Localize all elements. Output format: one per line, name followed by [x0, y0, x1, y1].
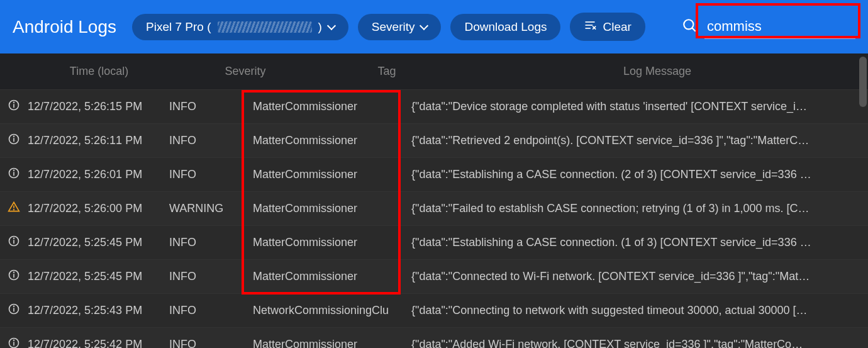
cell-message: {"data":"Failed to establish CASE connec… [411, 202, 862, 215]
clear-button[interactable]: Clear [570, 13, 645, 41]
table-row[interactable]: 12/7/2022, 5:25:45 PMINFOMatterCommissio… [0, 260, 868, 294]
col-header-severity[interactable]: Severity [170, 65, 321, 78]
svg-point-15 [14, 170, 14, 171]
cell-severity: WARNING [169, 202, 248, 215]
table-row[interactable]: 12/7/2022, 5:25:45 PMINFOMatterCommissio… [0, 226, 868, 260]
cell-message: {"data":"Establishing a CASE connection.… [411, 168, 862, 181]
info-icon [8, 337, 28, 348]
cell-time: 12/7/2022, 5:25:43 PM [28, 304, 169, 317]
cell-tag: MatterCommissioner [248, 236, 411, 249]
cell-time: 12/7/2022, 5:26:00 PM [28, 202, 169, 215]
table-row[interactable]: 12/7/2022, 5:26:15 PMINFOMatterCommissio… [0, 90, 868, 124]
table-row[interactable]: 12/7/2022, 5:26:01 PMINFOMatterCommissio… [0, 158, 868, 192]
cell-tag: MatterCommissioner [248, 270, 411, 283]
cell-severity: INFO [169, 134, 248, 147]
cell-severity: INFO [169, 338, 248, 348]
cell-message: {"data":"Added Wi-Fi network. [CONTEXT s… [411, 338, 862, 348]
info-icon [8, 269, 28, 284]
cell-tag: MatterCommissioner [248, 168, 411, 181]
cell-severity: INFO [169, 236, 248, 249]
cell-severity: INFO [169, 168, 248, 181]
warning-icon [8, 201, 28, 216]
cell-severity: INFO [169, 304, 248, 317]
header-bar: Android Logs Pixel 7 Pro () Severity Dow… [0, 0, 868, 53]
device-suffix: ) [318, 20, 322, 34]
device-selector[interactable]: Pixel 7 Pro () [132, 14, 348, 40]
search-icon [682, 18, 698, 36]
svg-point-20 [14, 238, 14, 239]
search-input[interactable] [704, 14, 855, 39]
cell-time: 12/7/2022, 5:25:42 PM [28, 338, 169, 348]
cell-time: 12/7/2022, 5:25:45 PM [28, 236, 169, 249]
cell-message: {"data":"Retrieved 2 endpoint(s). [CONTE… [411, 134, 862, 147]
table-body: 12/7/2022, 5:26:15 PMINFOMatterCommissio… [0, 90, 868, 348]
cell-time: 12/7/2022, 5:26:15 PM [28, 100, 169, 113]
cell-severity: INFO [169, 270, 248, 283]
cell-message: {"data":"Establishing a CASE connection.… [411, 236, 862, 249]
severity-selector[interactable]: Severity [358, 14, 442, 40]
device-prefix: Pixel 7 Pro ( [146, 20, 211, 34]
col-header-tag[interactable]: Tag [321, 65, 453, 78]
cell-tag: MatterCommissioner [248, 134, 411, 147]
cell-message: {"data":"Device storage completed with s… [411, 100, 862, 113]
svg-point-5 [684, 20, 693, 29]
svg-point-9 [14, 102, 14, 103]
info-icon [8, 235, 28, 250]
table-row[interactable]: 12/7/2022, 5:26:00 PMWARNINGMatterCommis… [0, 192, 868, 226]
svg-line-6 [692, 28, 695, 31]
scrollbar-thumb[interactable] [859, 57, 867, 107]
log-table: Time (local) Severity Tag Log Message 12… [0, 53, 868, 348]
cell-tag: MatterCommissioner [248, 100, 411, 113]
chevron-down-icon [420, 21, 428, 30]
cell-message: {"data":"Connected to Wi-Fi network. [CO… [411, 270, 862, 283]
info-icon [8, 303, 28, 318]
clear-label: Clear [603, 20, 631, 34]
svg-point-12 [14, 136, 14, 137]
table-row[interactable]: 12/7/2022, 5:26:11 PMINFOMatterCommissio… [0, 124, 868, 158]
info-icon [8, 99, 28, 115]
svg-point-26 [14, 306, 14, 306]
cell-tag: MatterCommissioner [248, 338, 411, 348]
table-row[interactable]: 12/7/2022, 5:25:43 PMINFONetworkCommissi… [0, 294, 868, 328]
cell-time: 12/7/2022, 5:26:01 PM [28, 168, 169, 181]
download-logs-button[interactable]: Download Logs [450, 14, 560, 40]
page-title: Android Logs [13, 17, 116, 37]
clear-icon [584, 19, 596, 35]
cell-message: {"data":"Connecting to network with sugg… [411, 304, 862, 317]
table-header: Time (local) Severity Tag Log Message [0, 53, 868, 90]
cell-time: 12/7/2022, 5:25:45 PM [28, 270, 169, 283]
svg-point-29 [14, 340, 14, 340]
col-header-time[interactable]: Time (local) [28, 65, 170, 78]
svg-point-17 [14, 210, 14, 210]
chevron-down-icon [327, 21, 336, 30]
table-row[interactable]: 12/7/2022, 5:25:42 PMINFOMatterCommissio… [0, 328, 868, 348]
severity-label: Severity [372, 20, 415, 34]
cell-severity: INFO [169, 100, 248, 113]
search-container [682, 14, 855, 39]
device-id-obscured [218, 21, 312, 33]
svg-point-23 [14, 272, 14, 272]
col-header-message[interactable]: Log Message [453, 65, 862, 78]
cell-time: 12/7/2022, 5:26:11 PM [28, 134, 169, 147]
download-label: Download Logs [464, 20, 547, 34]
cell-tag: NetworkCommissioningClu [248, 304, 411, 317]
cell-tag: MatterCommissioner [248, 202, 411, 215]
info-icon [8, 133, 28, 149]
info-icon [8, 167, 28, 182]
